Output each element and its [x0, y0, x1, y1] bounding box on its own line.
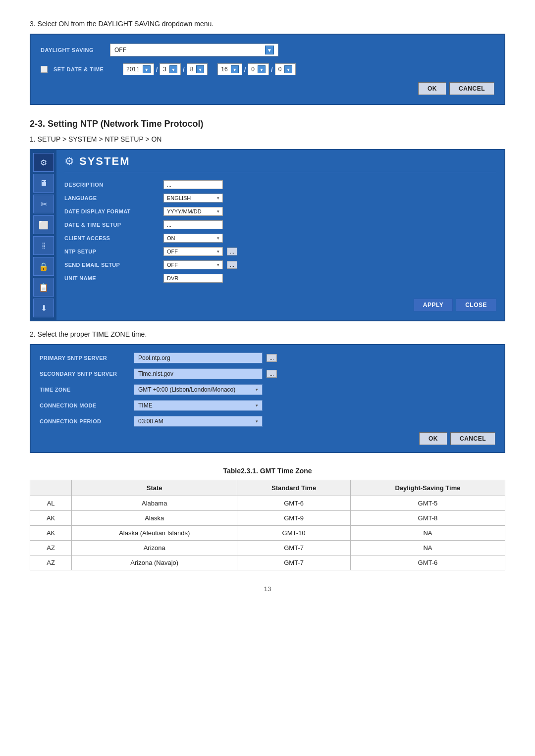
sys-dots-btn-6[interactable]: ...: [227, 261, 237, 269]
ntp-value-4[interactable]: 03:00 AM ▾: [134, 416, 263, 427]
system-title: SYSTEM: [79, 155, 130, 168]
day-field[interactable]: 8 ▼: [187, 63, 208, 75]
daylight-value-field[interactable]: OFF ▼: [110, 44, 278, 56]
system-row-0: DESCRIPTION...: [64, 179, 496, 190]
system-panel: ⚙ 🖥 ✂ ⬜ ⣿ 🔒 📋 ⬇ ⚙ SYSTEM DESCRIPTION...L…: [30, 149, 505, 321]
sys-value-1[interactable]: ENGLISH ▾: [163, 194, 223, 202]
table-cell-0-0: AL: [30, 496, 72, 511]
close-button[interactable]: CLOSE: [456, 299, 496, 311]
sys-dropdown-5[interactable]: ▾: [217, 249, 219, 254]
nav-icon-download[interactable]: ⬇: [33, 299, 54, 317]
ntp-row-3: CONNECTION MODETIME ▾: [40, 400, 495, 411]
ntp-select-arrow-2[interactable]: ▾: [256, 387, 258, 392]
ntp-row-1: SECONDARY SNTP SERVERTime.nist.gov...: [40, 368, 495, 380]
table-cell-3-1: Arizona: [72, 541, 237, 555]
table-header-3: Daylight-Saving Time: [350, 480, 505, 496]
min-arrow[interactable]: ▼: [258, 65, 266, 73]
sec-field[interactable]: 0 ▼: [275, 63, 296, 75]
nav-icon-gear[interactable]: ⚙: [33, 153, 54, 172]
system-row-2: DATE DISPLAY FORMATYYYY/MM/DD ▾: [64, 206, 496, 217]
sys-value-text-2: YYYY/MM/DD: [167, 208, 202, 214]
ntp-cancel-button[interactable]: CANCEL: [450, 432, 495, 445]
sec-value: 0: [278, 66, 282, 73]
table-cell-2-2: GMT-10: [237, 526, 351, 541]
ntp-row-4: CONNECTION PERIOD03:00 AM ▾: [40, 415, 495, 427]
gmt-table: StateStandard TimeDaylight-Saving Time A…: [30, 480, 505, 570]
table-cell-1-2: GMT-9: [237, 511, 351, 526]
ntp-dots-btn-0[interactable]: ...: [267, 354, 277, 362]
system-gear-icon: ⚙: [64, 155, 74, 168]
day-arrow[interactable]: ▼: [196, 65, 204, 73]
table-row-2: AKAlaska (Aleutian Islands)GMT-10NA: [30, 526, 505, 541]
setdate-label: SET DATE & TIME: [54, 66, 118, 72]
system-header: ⚙ SYSTEM: [64, 155, 496, 172]
nav-icon-display[interactable]: 🖥: [33, 174, 54, 193]
step3-cancel-button[interactable]: CANCEL: [449, 82, 494, 95]
nav-icon-network[interactable]: ⣿: [33, 236, 54, 255]
year-field[interactable]: 2011 ▼: [123, 63, 154, 75]
nav-icon-camera[interactable]: ⬜: [33, 215, 54, 234]
sys-label-3: DATE & TIME SETUP: [64, 222, 163, 228]
daylight-value-text: OFF: [114, 47, 126, 53]
year-arrow[interactable]: ▼: [143, 65, 151, 73]
sys-label-5: NTP SETUP: [64, 249, 163, 254]
ntp-dots-btn-1[interactable]: ...: [267, 370, 277, 378]
sys-value-text-6: OFF: [167, 262, 178, 268]
ntp-select-arrow-3[interactable]: ▾: [256, 403, 258, 408]
setdate-checkbox[interactable]: [41, 66, 48, 73]
page-number: 13: [30, 585, 505, 593]
system-content: ⚙ SYSTEM DESCRIPTION...LANGUAGEENGLISH ▾…: [56, 150, 504, 320]
sys-dropdown-1[interactable]: ▾: [217, 196, 219, 201]
sys-value-2[interactable]: YYYY/MM/DD ▾: [163, 207, 223, 216]
sys-dropdown-4[interactable]: ▾: [217, 236, 219, 241]
ntp-value-2[interactable]: GMT +0:00 (Lisbon/London/Monaco) ▾: [134, 384, 263, 395]
table-row-1: AKAlaskaGMT-9GMT-8: [30, 511, 505, 526]
apply-button[interactable]: APPLY: [414, 299, 453, 311]
sys-label-4: CLIENT ACCESS: [64, 235, 163, 241]
min-field[interactable]: 0 ▼: [248, 63, 269, 75]
sys-dropdown-2[interactable]: ▾: [217, 209, 219, 214]
daylight-panel: DAYLIGHT SAVING OFF ▼ SET DATE & TIME 20…: [30, 34, 505, 105]
system-row-6: SEND EMAIL SETUPOFF ▾...: [64, 259, 496, 270]
ntp-value-text-3: TIME: [138, 402, 153, 409]
ntp-rows-container: PRIMARY SNTP SERVERPool.ntp.org...SECOND…: [40, 352, 495, 427]
ntp-value-3[interactable]: TIME ▾: [134, 400, 263, 411]
daylight-dropdown-arrow[interactable]: ▼: [265, 46, 274, 54]
sys-value-4[interactable]: ON ▾: [163, 234, 223, 243]
table-row-3: AZArizonaGMT-7NA: [30, 541, 505, 555]
setdate-row: SET DATE & TIME 2011 ▼ / 3 ▼ / 8 ▼ 16 ▼ …: [41, 63, 494, 75]
sys-dots-btn-5[interactable]: ...: [227, 248, 237, 255]
ntp-panel: PRIMARY SNTP SERVERPool.ntp.org...SECOND…: [30, 344, 505, 453]
sys-value-text-5: OFF: [167, 249, 178, 254]
nav-icon-record[interactable]: ✂: [33, 195, 54, 213]
hour-arrow[interactable]: ▼: [231, 65, 239, 73]
table-title: Table2.3.1. GMT Time Zone: [30, 467, 505, 475]
system-row-1: LANGUAGEENGLISH ▾: [64, 193, 496, 203]
ntp-value-1[interactable]: Time.nist.gov: [134, 368, 263, 379]
table-cell-2-3: NA: [350, 526, 505, 541]
sep3: /: [244, 66, 246, 73]
sys-value-6[interactable]: OFF ▾: [163, 260, 223, 269]
sys-value-text-4: ON: [167, 235, 175, 241]
nav-icon-hdd[interactable]: 📋: [33, 278, 54, 297]
ntp-label-1: SECONDARY SNTP SERVER: [40, 371, 134, 377]
step3-text: 3. Select ON from the DAYLIGHT SAVING dr…: [30, 20, 505, 28]
day-value: 8: [190, 66, 194, 73]
daylight-row: DAYLIGHT SAVING OFF ▼: [41, 44, 494, 56]
ntp-ok-button[interactable]: OK: [419, 432, 447, 445]
table-cell-2-0: AK: [30, 526, 72, 541]
hour-field[interactable]: 16 ▼: [217, 63, 242, 75]
nav-icon-lock[interactable]: 🔒: [33, 257, 54, 276]
sys-value-5[interactable]: OFF ▾: [163, 247, 223, 256]
ntp-value-text-2: GMT +0:00 (Lisbon/London/Monaco): [138, 386, 235, 393]
month-field[interactable]: 3 ▼: [160, 63, 181, 75]
sys-label-2: DATE DISPLAY FORMAT: [64, 208, 163, 214]
ntp-value-0[interactable]: Pool.ntp.org: [134, 353, 263, 363]
sys-value-3: ...: [163, 220, 223, 229]
sys-dropdown-6[interactable]: ▾: [217, 262, 219, 267]
sec-arrow[interactable]: ▼: [284, 65, 292, 73]
month-arrow[interactable]: ▼: [169, 65, 177, 73]
ntp-label-0: PRIMARY SNTP SERVER: [40, 355, 134, 361]
step3-ok-button[interactable]: OK: [418, 82, 446, 95]
ntp-select-arrow-4[interactable]: ▾: [256, 419, 258, 424]
